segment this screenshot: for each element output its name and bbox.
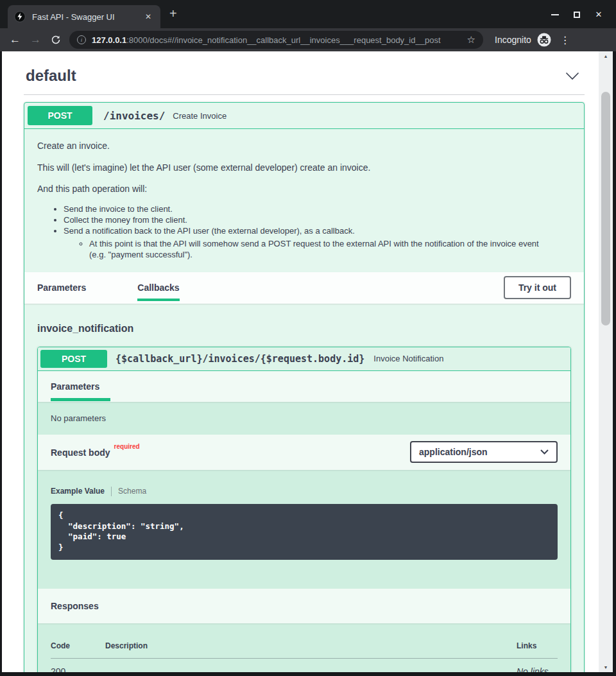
media-type-value: application/json <box>419 447 488 457</box>
reload-icon[interactable] <box>51 35 61 45</box>
scroll-down-icon[interactable]: ▼ <box>599 665 613 670</box>
tab-schema[interactable]: Schema <box>118 487 146 496</box>
page-info-icon[interactable]: i <box>77 35 86 44</box>
media-type-select[interactable]: application/json <box>410 441 558 463</box>
browser-menu-icon[interactable]: ⋮ <box>560 34 570 46</box>
url-text: 127.0.0.1:8000/docs#//invoice_notificati… <box>92 35 463 45</box>
example-tabs: Example Value Schema <box>51 487 558 496</box>
try-it-out-button[interactable]: Try it out <box>504 276 571 299</box>
request-body-section-header: Request bodyrequired application/json <box>38 435 570 470</box>
response-code: 200 <box>51 658 105 672</box>
operation-path: /invoices/ <box>103 110 165 122</box>
url-host: 127.0.0.1 <box>92 35 126 45</box>
window-controls: ✕ <box>544 0 610 28</box>
tab-close-icon[interactable]: ✕ <box>142 11 154 22</box>
desc-paragraph: This will (let's imagine) let the API us… <box>37 162 571 175</box>
callback-path: {$callback_url}/invoices/{$request.body.… <box>116 353 364 365</box>
operation-description: Create Invoice <box>173 111 227 121</box>
bookmark-star-icon[interactable]: ☆ <box>467 34 475 46</box>
tab-divider <box>111 487 112 496</box>
opblock-section-header: Parameters Callbacks Try it out <box>24 272 584 304</box>
tab-title: Fast API - Swagger UI <box>32 12 142 22</box>
window-minimize-button[interactable] <box>544 10 566 19</box>
callback-description: Invoice Notification <box>373 354 443 363</box>
column-header-links: Links <box>517 635 558 659</box>
desc-paragraph: And this path operation will: <box>37 183 571 196</box>
tag-title: default <box>26 67 76 85</box>
example-code-block[interactable]: { "description": "string", "paid": true … <box>51 504 558 560</box>
responses-section: Code Description Links 200 Successful Re… <box>38 623 570 672</box>
parameters-section-header: Parameters <box>38 371 570 402</box>
operation-summary[interactable]: POST /invoices/ Create Invoice <box>24 103 584 129</box>
window-maximize-button[interactable] <box>566 10 588 19</box>
incognito-icon <box>537 33 551 47</box>
responses-title: Responses <box>51 601 99 611</box>
window-close-button[interactable]: ✕ <box>588 10 610 19</box>
no-parameters-message: No parameters <box>38 402 570 435</box>
list-item: Send the invoice to the client. <box>64 205 571 214</box>
scrollbar-thumb[interactable] <box>601 92 610 325</box>
response-links: No links <box>517 658 558 672</box>
method-badge: POST <box>40 350 107 368</box>
new-tab-button[interactable]: + <box>169 6 177 21</box>
request-body-title: Request body <box>51 447 110 458</box>
required-badge: required <box>114 443 140 450</box>
operation-markdown: Create an invoice. This will (let's imag… <box>24 129 584 272</box>
request-body-label: Request bodyrequired <box>51 446 140 458</box>
desc-sub-list: At this point is that the API will someh… <box>89 238 571 261</box>
tab-example-value[interactable]: Example Value <box>51 487 105 496</box>
responses-section-header: Responses <box>38 589 570 623</box>
back-icon[interactable]: ← <box>10 33 21 46</box>
fastapi-favicon-icon <box>14 11 26 22</box>
browser-toolbar: ← → i 127.0.0.1:8000/docs#//invoice_noti… <box>0 28 616 51</box>
list-item: Collect the money from the client. <box>64 216 571 225</box>
callback-summary[interactable]: POST {$callback_url}/invoices/{$request.… <box>38 347 570 371</box>
opblock-post-invoices: POST /invoices/ Create Invoice Create an… <box>24 102 585 672</box>
tab-parameters-nested[interactable]: Parameters <box>51 371 110 402</box>
opblock-body: invoice_notification POST {$callback_url… <box>24 323 584 672</box>
page-viewport: default POST /invoices/ Create Invoice C… <box>2 51 599 672</box>
desc-paragraph: Create an invoice. <box>37 140 571 153</box>
tag-section-header[interactable]: default <box>24 65 585 95</box>
maximize-icon <box>574 12 580 18</box>
vertical-scrollbar[interactable]: ▲ ▼ <box>599 51 613 672</box>
model-example-section: Example Value Schema { "description": "s… <box>38 470 570 589</box>
tab-strip: Fast API - Swagger UI ✕ + ✕ <box>0 0 616 28</box>
method-badge: POST <box>28 106 92 125</box>
callback-opblock: POST {$callback_url}/invoices/{$request.… <box>37 347 571 672</box>
url-path: :8000/docs#//invoice_notification__callb… <box>126 35 440 45</box>
url-bar[interactable]: i 127.0.0.1:8000/docs#//invoice_notifica… <box>69 31 483 49</box>
tab-parameters[interactable]: Parameters <box>37 272 86 304</box>
tab-callbacks[interactable]: Callbacks <box>137 272 179 304</box>
table-row: 200 Successful Response No links <box>51 658 558 672</box>
column-header-code: Code <box>51 635 105 659</box>
list-item: Send a notification back to the API user… <box>64 227 571 260</box>
desc-bullet-list: Send the invoice to the client. Collect … <box>64 205 571 261</box>
chevron-down-icon[interactable] <box>565 72 579 80</box>
list-item: At this point is that the API will someh… <box>89 238 558 261</box>
scroll-up-icon[interactable]: ▲ <box>599 54 613 58</box>
browser-window: Fast API - Swagger UI ✕ + ✕ ← → i 127.0.… <box>0 0 616 676</box>
callback-name: invoice_notification <box>37 323 571 334</box>
list-item-text: Send a notification back to the API user… <box>64 226 355 236</box>
minimize-icon <box>551 14 559 15</box>
column-header-description: Description <box>105 635 517 659</box>
response-description: Successful Response <box>105 658 517 672</box>
forward-icon[interactable]: → <box>30 33 41 46</box>
responses-table: Code Description Links 200 Successful Re… <box>51 635 558 672</box>
chevron-down-icon <box>540 449 549 455</box>
incognito-label: Incognito <box>495 35 531 45</box>
swagger-ui: default POST /invoices/ Create Invoice C… <box>2 51 599 672</box>
browser-tab[interactable]: Fast API - Swagger UI ✕ <box>8 5 160 28</box>
